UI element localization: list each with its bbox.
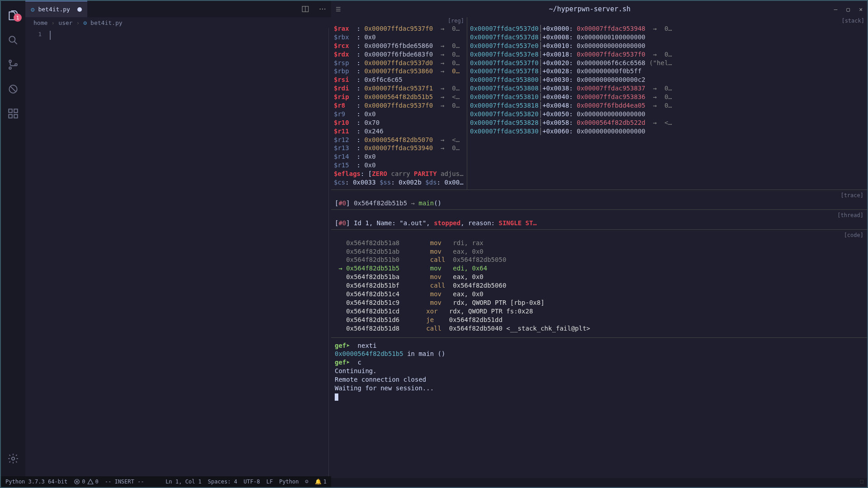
source-control-icon[interactable] xyxy=(1,52,25,77)
register-row: $rip : 0x0000564f82db51b5 → <… xyxy=(334,93,464,101)
status-notifications[interactable]: 🔔 1 xyxy=(315,479,327,485)
hamburger-icon[interactable]: ☰ xyxy=(336,6,346,13)
terminal-body[interactable]: [reg] $rax : 0x00007ffdac9537f0 → 0…$rbx… xyxy=(331,17,867,478)
chevron-right-icon: › xyxy=(51,19,55,26)
tab-filename: bet4it.py xyxy=(38,6,70,13)
code-line[interactable] xyxy=(50,31,331,40)
stack-row: 0x00007ffdac9537e8│+0x0018: 0x00007ffdac… xyxy=(470,50,864,59)
registers-pane: [reg] $rax : 0x00007ffdac9537f0 → 0…$rbx… xyxy=(331,17,467,190)
explorer-icon[interactable]: 1 xyxy=(1,4,25,28)
status-feedback-icon[interactable]: ☺ xyxy=(305,479,308,485)
breadcrumb-seg[interactable]: user xyxy=(58,19,72,26)
extensions-icon[interactable] xyxy=(1,101,25,126)
disasm-row: 0x564f82db51c4 mov eax, 0x0 xyxy=(335,290,863,298)
svg-rect-7 xyxy=(9,109,12,113)
terminal-title: ~/hyperpwn-server.sh xyxy=(346,5,834,13)
register-row: $rsi : 0x6f6c6c65 xyxy=(334,76,464,84)
section-label-trace: [trace] xyxy=(335,192,863,199)
register-row: $r9 : 0x0 xyxy=(334,110,464,118)
section-label-code: [code] xyxy=(335,232,863,239)
cursor xyxy=(335,393,338,401)
code-area[interactable] xyxy=(50,28,331,476)
svg-point-2 xyxy=(9,60,11,62)
stack-row: 0x00007ffdac953810│+0x0040: 0x00007ffdac… xyxy=(470,93,864,101)
register-row: $r13 : 0x00007ffdac953940 → 0… xyxy=(334,144,464,152)
svg-line-1 xyxy=(14,42,17,44)
breadcrumb-seg[interactable]: home xyxy=(33,19,47,26)
stack-row: 0x00007ffdac953808│+0x0038: 0x00007ffdac… xyxy=(470,84,864,93)
breadcrumb[interactable]: home › user › ⚙ bet4it.py xyxy=(25,17,331,28)
stack-row: 0x00007ffdac953830│+0x0060: 0x0000000000… xyxy=(470,127,864,136)
disasm-row: 0x564f82db51d8 call 0x564f82db5040 <__st… xyxy=(335,324,863,333)
svg-point-14 xyxy=(320,9,321,9)
settings-icon[interactable] xyxy=(1,446,25,471)
stack-row: 0x00007ffdac9537d0│+0x0000: 0x00007ffdac… xyxy=(470,24,864,33)
svg-rect-9 xyxy=(9,114,12,118)
svg-point-0 xyxy=(9,36,15,42)
tab-bar: ⚙ bet4it.py xyxy=(25,1,331,17)
explorer-badge: 1 xyxy=(14,14,22,22)
stack-row: 0x00007ffdac953828│+0x0058: 0x0000564f82… xyxy=(470,118,864,127)
section-label-stack: [stack] xyxy=(470,17,864,24)
stack-row: 0x00007ffdac953800│+0x0030: 0x0000000000… xyxy=(470,76,864,84)
stack-row: 0x00007ffdac9537d8│+0x0008: 0x0000000100… xyxy=(470,33,864,42)
more-actions-icon[interactable] xyxy=(314,5,331,13)
stack-row: 0x00007ffdac9537e0│+0x0010: 0x0000000000… xyxy=(470,42,864,50)
python-file-icon: ⚙ xyxy=(31,6,34,13)
register-row: $r12 : 0x0000564f82db5070 → <… xyxy=(334,136,464,144)
thread-row: [#0] Id 1, Name: "a.out", stopped, reaso… xyxy=(335,219,863,227)
disasm-row: 0x564f82db51ba mov eax, 0x0 xyxy=(335,273,863,281)
stack-row: 0x00007ffdac9537f0│+0x0020: 0x0000006f6c… xyxy=(470,59,864,67)
terminal-panel: ☰ ~/hyperpwn-server.sh — ▢ ✕ [reg] $rax … xyxy=(331,1,867,487)
terminal-statusbar: ⬚ xyxy=(331,478,867,487)
thread-pane: [thread] [#0] Id 1, Name: "a.out", stopp… xyxy=(331,209,867,229)
svg-rect-8 xyxy=(14,109,18,113)
breadcrumb-seg[interactable]: bet4it.py xyxy=(90,19,122,26)
line-gutter: 1 xyxy=(25,28,50,476)
disasm-row: 0x564f82db51b0 call 0x564f82db5050 xyxy=(335,256,863,264)
svg-point-15 xyxy=(322,9,323,9)
minimize-icon[interactable]: — xyxy=(834,6,838,13)
editor-body[interactable]: 1 xyxy=(25,28,331,476)
status-position[interactable]: Ln 1, Col 1 xyxy=(166,479,201,485)
vscode-panel: 1 ⚙ bet4it.py xyxy=(1,1,331,487)
disasm-row: 0x564f82db51ab mov eax, 0x0 xyxy=(335,247,863,256)
disasm-row: → 0x564f82db51b5 mov edi, 0x64 xyxy=(335,264,863,273)
status-spaces[interactable]: Spaces: 4 xyxy=(208,479,237,485)
section-label-thread: [thread] xyxy=(335,212,863,219)
disasm-row: 0x564f82db51a8 mov rdi, rax xyxy=(335,239,863,247)
disasm-row: 0x564f82db51d6 je 0x564f82db51dd xyxy=(335,316,863,324)
tab-dirty-indicator xyxy=(77,7,82,12)
disasm-row: 0x564f82db51c9 mov rdx, QWORD PTR [rbp-0… xyxy=(335,298,863,307)
segments-row: $cs: 0x0033 $ss: 0x002b $ds: 0x00… xyxy=(334,178,464,187)
register-row: $r10 : 0x70 xyxy=(334,118,464,127)
status-errors[interactable]: 0 0 xyxy=(74,479,98,485)
status-encoding[interactable]: UTF-8 xyxy=(244,479,260,485)
svg-point-4 xyxy=(15,64,17,66)
status-language[interactable]: Python xyxy=(279,479,299,485)
close-icon[interactable]: ✕ xyxy=(859,6,863,13)
editor-tab[interactable]: ⚙ bet4it.py xyxy=(25,1,87,17)
editor-area: ⚙ bet4it.py home › user › ⚙ bet4it.py xyxy=(25,1,331,476)
code-pane: [code] 0x564f82db51a8 mov rdi, rax 0x564… xyxy=(331,229,867,337)
register-row: $rdi : 0x00007ffdac9537f1 → 0… xyxy=(334,84,464,93)
stack-pane: [stack] 0x00007ffdac9537d0│+0x0000: 0x00… xyxy=(467,17,867,190)
vscode-main: 1 ⚙ bet4it.py xyxy=(1,1,331,476)
svg-rect-10 xyxy=(14,114,18,118)
split-editor-icon[interactable] xyxy=(297,5,314,13)
maximize-icon[interactable]: ▢ xyxy=(846,6,850,13)
stack-row: 0x00007ffdac9537f8│+0x0028: 0x000000000f… xyxy=(470,67,864,76)
debug-icon[interactable] xyxy=(1,77,25,101)
svg-point-16 xyxy=(324,9,325,9)
register-row: $rsp : 0x00007ffdac9537d0 → 0… xyxy=(334,59,464,67)
trace-row: [#0] 0x564f82db51b5 → main() xyxy=(335,199,863,208)
svg-point-11 xyxy=(12,457,15,460)
terminal-titlebar: ☰ ~/hyperpwn-server.sh — ▢ ✕ xyxy=(331,1,867,17)
console-pane[interactable]: gef➤ nexti 0x0000564f82db51b5 in main ()… xyxy=(331,337,867,405)
activity-bar: 1 xyxy=(1,1,25,476)
status-eol[interactable]: LF xyxy=(266,479,273,485)
register-row: $r11 : 0x246 xyxy=(334,127,464,136)
search-icon[interactable] xyxy=(1,28,25,52)
status-python[interactable]: Python 3.7.3 64-bit xyxy=(5,479,67,485)
trace-pane: [trace] [#0] 0x564f82db51b5 → main() xyxy=(331,190,867,209)
